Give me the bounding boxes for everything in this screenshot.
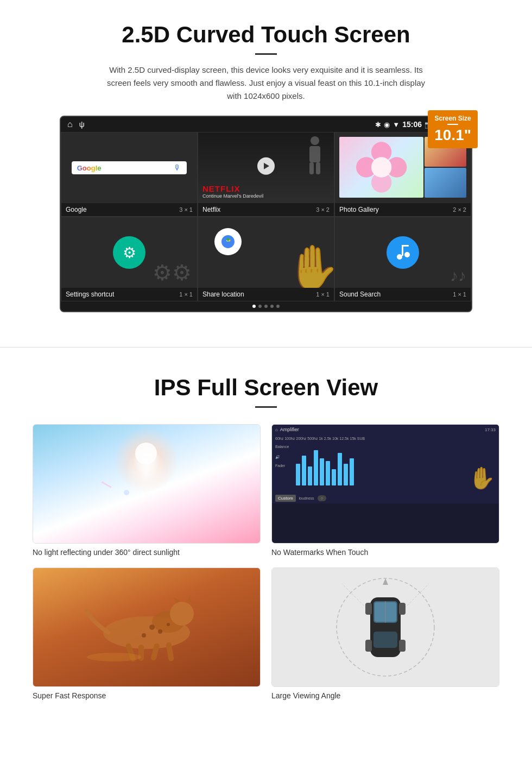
google-label: Google 3 × 1	[61, 203, 197, 216]
badge-label: Screen Size	[434, 115, 471, 122]
sun-core	[135, 443, 157, 464]
feature-no-watermark: ⌂ Amplifier 17:33 60hz100hz200hz500hz1k2…	[271, 424, 499, 557]
app-cell-netflix[interactable]: NETFLIX Continue Marvel's Daredevil Netf…	[198, 132, 334, 217]
feature-no-reflection: No light reflecting under 360° direct su…	[33, 424, 261, 557]
app-cell-settings[interactable]: ⚙ ⚙⚙ Settings shortcut 1 × 1	[61, 217, 198, 301]
wifi-icon: ▼	[392, 121, 400, 129]
netflix-cell-inner: NETFLIX Continue Marvel's Daredevil	[198, 133, 334, 203]
lens-flare-1	[102, 481, 112, 488]
photo-gallery-app-size: 2 × 2	[453, 206, 466, 213]
feature-large-viewing-angle-caption: Large Viewing Angle	[271, 691, 499, 700]
svg-rect-2	[309, 162, 314, 174]
dot-4[interactable]	[270, 305, 274, 308]
eq-freq-labels: 60hz100hz200hz500hz1k2.5k10k12.5k15kSUB	[272, 434, 499, 443]
car-image	[271, 567, 499, 687]
cheetah-svg	[60, 573, 233, 682]
svg-rect-34	[373, 632, 397, 648]
svg-rect-36	[365, 603, 372, 615]
eq-bar-4[interactable]	[314, 450, 318, 485]
status-bar: ⌂ ψ ✱ ◉ ▼ 15:06 📷 🔊 ✖ ⬜	[61, 117, 471, 132]
app-cell-share-location[interactable]: 🤚 Share location 1 × 1	[198, 217, 334, 301]
badge-divider	[447, 124, 458, 125]
eq-bar-8[interactable]	[338, 453, 342, 485]
netflix-label: Netflix 3 × 2	[198, 203, 334, 216]
sound-ghost-icons: ♪♪	[450, 267, 466, 285]
badge-size: 10.1"	[434, 127, 471, 144]
share-bg: 🤚	[198, 217, 334, 288]
eq-side-labels: Balance 🔊 Fader	[272, 443, 499, 493]
google-logo: Google	[77, 164, 102, 172]
sky-visual	[33, 425, 260, 543]
screen-size-badge: Screen Size 10.1"	[428, 110, 478, 148]
eq-amplifier-label: Amplifier	[280, 427, 299, 432]
car-container	[331, 573, 440, 682]
sound-search-icon-wrap	[387, 236, 419, 269]
google-app-size: 3 × 1	[179, 206, 193, 213]
svg-point-8	[371, 157, 391, 177]
eq-bar-3[interactable]	[308, 466, 312, 485]
eq-home-icon: ⌂	[275, 427, 278, 432]
section2-title: IPS Full Screen View	[33, 375, 499, 401]
feature-no-watermark-caption: No Watermarks When Touch	[271, 548, 499, 557]
netflix-figure-silhouette	[304, 135, 326, 179]
netflix-play-button[interactable]	[257, 157, 275, 175]
photo-flower	[339, 137, 423, 198]
page-divider	[0, 347, 532, 348]
app-cell-google[interactable]: Google 🎙 Google 3 × 1	[61, 132, 198, 217]
google-search-bar[interactable]: Google 🎙	[72, 161, 187, 174]
eq-visual: ⌂ Amplifier 17:33 60hz100hz200hz500hz1k2…	[272, 425, 499, 543]
app-cell-sound-search[interactable]: ♪♪ Sound Search 1 × 1	[334, 217, 471, 301]
netflix-logo: NETFLIX	[202, 184, 240, 193]
eq-bar-2[interactable]	[302, 456, 306, 485]
eq-bar-6[interactable]	[326, 461, 330, 485]
svg-point-0	[311, 136, 319, 145]
hand-pointing-icon: 🤚	[285, 242, 334, 288]
location-icon: ◉	[384, 121, 390, 129]
pagination-dots	[61, 301, 471, 311]
settings-app-name: Settings shortcut	[66, 291, 114, 298]
eq-bar-10[interactable]	[350, 458, 354, 485]
eq-time: 17:33	[485, 427, 496, 432]
google-mic-icon[interactable]: 🎙	[174, 163, 181, 172]
google-cell-inner: Google 🎙	[61, 133, 197, 203]
eq-bar-9[interactable]	[344, 464, 348, 485]
gear-icon: ⚙	[123, 244, 136, 262]
bluetooth-icon: ✱	[375, 121, 381, 129]
svg-point-23	[167, 623, 170, 626]
section1-title: 2.5D Curved Touch Screen	[33, 22, 499, 48]
status-time: 15:06	[402, 120, 422, 129]
app-grid: Google 🎙 Google 3 × 1	[61, 132, 471, 301]
eq-image: ⌂ Amplifier 17:33 60hz100hz200hz500hz1k2…	[271, 424, 499, 544]
maps-g-svg	[220, 234, 236, 250]
dot-2[interactable]	[258, 305, 262, 308]
svg-rect-1	[309, 146, 320, 162]
cheetah-visual	[33, 568, 260, 686]
music-note-svg	[394, 244, 411, 261]
dot-5[interactable]	[276, 305, 280, 308]
dot-1[interactable]	[252, 305, 256, 308]
google-app-name: Google	[66, 206, 87, 213]
eq-bar-7[interactable]	[332, 469, 336, 485]
settings-icon-wrap: ⚙	[113, 236, 145, 269]
eq-toggle[interactable]: ○	[318, 495, 327, 501]
flower-svg	[339, 137, 423, 198]
svg-point-21	[142, 633, 146, 638]
svg-marker-19	[187, 596, 191, 602]
car-visual	[272, 568, 499, 686]
dot-3[interactable]	[264, 305, 268, 308]
eq-bar-5[interactable]	[320, 458, 324, 485]
feature-grid: No light reflecting under 360° direct su…	[33, 424, 499, 700]
feature-large-viewing-angle: Large Viewing Angle	[271, 567, 499, 700]
section2-divider	[255, 406, 277, 408]
eq-custom-btn[interactable]: Custom	[275, 495, 296, 502]
svg-rect-3	[316, 162, 320, 174]
curved-screen-section: 2.5D Curved Touch Screen With 2.5D curve…	[0, 0, 532, 331]
netflix-bg: NETFLIX Continue Marvel's Daredevil	[198, 133, 334, 203]
eq-bar-1[interactable]	[296, 464, 300, 485]
svg-marker-18	[174, 597, 180, 603]
sound-search-app-size: 1 × 1	[453, 291, 466, 298]
section1-divider	[255, 53, 277, 55]
home-icon[interactable]: ⌂	[67, 119, 73, 129]
sound-search-app-name: Sound Search	[339, 291, 381, 298]
sky-image	[33, 424, 261, 544]
